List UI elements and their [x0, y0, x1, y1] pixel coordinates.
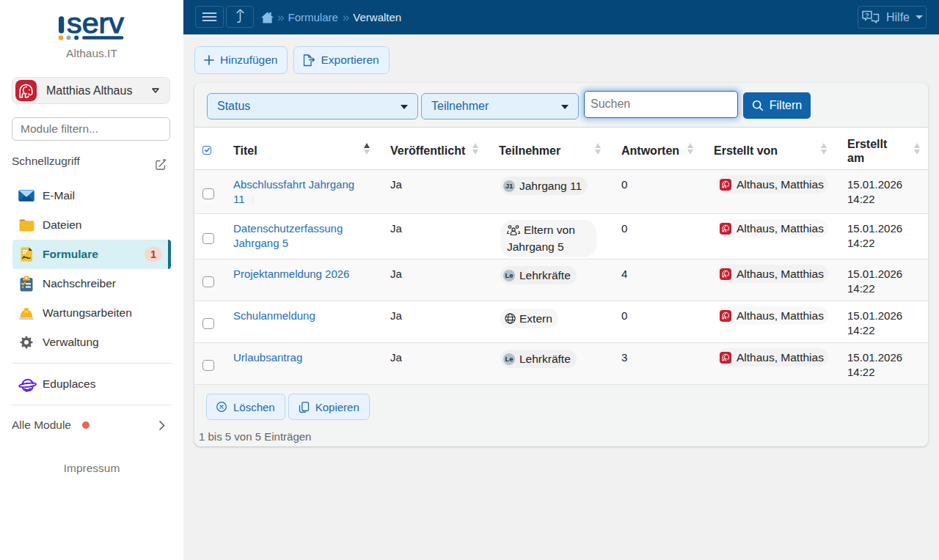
svg-text:?: ?: [865, 11, 869, 18]
svg-text:serv: serv: [67, 10, 125, 39]
